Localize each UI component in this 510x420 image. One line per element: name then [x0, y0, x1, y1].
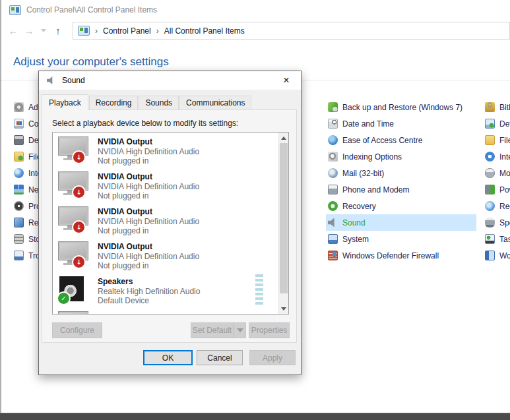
control-panel-item-system[interactable]: System [326, 231, 476, 247]
monitor-device-icon [57, 310, 92, 315]
dialog-title: Sound [62, 76, 85, 85]
control-panel-item-power-options[interactable]: Power Options [483, 181, 510, 198]
device-status: Not plugged in [98, 156, 148, 165]
control-panel-item-file-explorer-options[interactable]: File Explorer Options [483, 132, 510, 148]
device-name: NVIDIA Output [98, 137, 152, 146]
configure-button[interactable]: Configure [52, 322, 102, 338]
apply-button[interactable]: Apply [249, 350, 296, 365]
control-panel-item-taskbar-and-navigation[interactable]: Taskbar and Navigation [483, 231, 510, 247]
storage-spaces-icon [14, 234, 24, 244]
device-row-nvidia-output[interactable]: ↓NVIDIA OutputNVIDIA High Definition Aud… [53, 237, 279, 272]
tab-recording[interactable]: Recording [89, 96, 139, 109]
scroll-up-icon[interactable] [279, 133, 288, 143]
speech-icon [485, 218, 495, 227]
system-icon [328, 234, 338, 244]
forward-arrow-icon[interactable]: → [21, 25, 37, 36]
device-row-nvidia-output[interactable]: ↓NVIDIA OutputNVIDIA High Definition Aud… [53, 202, 279, 237]
tab-sounds[interactable]: Sounds [139, 96, 179, 109]
device-row-nvidia-output[interactable]: ↓NVIDIA OutputNVIDIA High Definition Aud… [53, 167, 279, 202]
set-default-dropdown-icon[interactable] [234, 322, 246, 338]
file-explorer-icon [485, 135, 495, 145]
mouse-icon [485, 168, 495, 178]
taskbar-icon [485, 234, 495, 244]
properties-button[interactable]: Properties [249, 322, 290, 338]
control-panel-item-speech-recognition[interactable]: Speech Recognition [483, 214, 510, 231]
item-label: Default Programs [499, 119, 510, 129]
default-device-check-icon: ✓ [57, 291, 71, 305]
monitor-device-icon: ↓ [57, 135, 92, 165]
item-label: Speech Recognition [499, 218, 510, 227]
set-default-button[interactable]: Set Default [191, 322, 234, 338]
control-panel-item-indexing-options[interactable]: Indexing Options [326, 148, 476, 165]
item-label: Windows Defender Firewall [342, 251, 439, 260]
tab-playback[interactable]: Playback [42, 94, 88, 110]
monitor-screen [58, 311, 88, 315]
playback-tab-page: Select a playback device below to modify… [42, 109, 297, 343]
control-panel-item-windows-defender-firewall[interactable]: Windows Defender Firewall [326, 247, 476, 264]
scrollbar[interactable] [278, 133, 288, 314]
item-label: Sound [342, 218, 366, 227]
control-panel-item-recovery[interactable]: Recovery [326, 198, 476, 214]
indexing-options-icon [328, 152, 338, 162]
playback-device-list: ↓NVIDIA OutputNVIDIA High Definition Aud… [52, 132, 289, 315]
monitor-device-icon: ↓ [57, 205, 92, 235]
window-title: Control Panel\All Control Panel Items [26, 5, 157, 15]
intel-graphics-icon [485, 152, 495, 162]
control-panel-item-back-up-and-restore-windows-7[interactable]: Back up and Restore (Windows 7) [326, 99, 476, 115]
item-label: Mail (32-bit) [342, 169, 384, 178]
control-panel-item-phone-and-modem[interactable]: Phone and Modem [326, 181, 476, 198]
recent-locations-chevron-icon[interactable] [41, 29, 46, 32]
network-icon [14, 185, 24, 195]
troubleshooting-icon [14, 251, 24, 260]
control-panel-item-default-programs[interactable]: Default Programs [483, 115, 510, 132]
item-label: Back up and Restore (Windows 7) [342, 103, 462, 112]
control-panel-item-intel-graphics-settings[interactable]: Intel® Graphics Settings [483, 148, 510, 165]
scrollbar-thumb[interactable] [280, 143, 288, 293]
item-label: Taskbar and Navigation [499, 235, 510, 244]
device-row-nvidia-output[interactable]: ↓NVIDIA OutputNVIDIA High Definition Aud… [53, 133, 279, 167]
control-panel-item-sound[interactable]: Sound [326, 214, 476, 231]
control-panel-item-bitlocker-drive-encryption[interactable]: BitLocker Drive Encryption [483, 99, 510, 115]
ok-button[interactable]: OK [143, 350, 193, 365]
device-status: Not plugged in [98, 226, 148, 235]
sound-dialog: Sound × PlaybackRecordingSoundsCommunica… [38, 71, 302, 375]
volume-level-meter [255, 274, 263, 305]
device-description: Realtek High Definition Audio [98, 287, 200, 296]
window-titlebar: Control Panel\All Control Panel Items [0, 0, 510, 20]
item-label: Region [499, 202, 510, 211]
control-panel-item-work-folders[interactable]: Work Folders [483, 247, 510, 264]
control-panel-item-mouse[interactable]: Mouse [483, 165, 510, 181]
breadcrumb-all-items[interactable]: All Control Panel Items [164, 26, 245, 36]
background-window-edge [0, 0, 1, 413]
control-panel-item-ease-of-access-centre[interactable]: Ease of Access Centre [326, 132, 476, 148]
device-row-partial[interactable] [53, 307, 279, 315]
taskbar-strip [0, 413, 510, 420]
up-arrow-icon[interactable]: ↑ [50, 25, 66, 36]
grid-column-right: BitLocker Drive EncryptionDefault Progra… [483, 99, 510, 264]
sound-speaker-icon [328, 218, 338, 227]
control-panel-item-date-and-time[interactable]: Date and Time [326, 115, 476, 132]
recovery-icon [328, 201, 338, 211]
speaker-device-icon: ✓ [57, 275, 92, 305]
cancel-button[interactable]: Cancel [197, 350, 243, 365]
control-panel-icon [9, 5, 21, 15]
device-status: Not plugged in [98, 191, 148, 200]
device-manager-icon [14, 135, 24, 145]
back-arrow-icon[interactable]: ← [5, 25, 21, 36]
item-label: Mouse [499, 169, 510, 178]
navigation-toolbar: ← → ↑ › Control Panel › All Control Pane… [0, 20, 510, 41]
power-options-icon [485, 185, 495, 195]
device-row-speakers[interactable]: ✓SpeakersRealtek High Definition AudioDe… [53, 272, 279, 307]
address-bar[interactable]: › Control Panel › All Control Panel Item… [73, 22, 510, 40]
grid-column-middle: Back up and Restore (Windows 7)Date and … [326, 99, 476, 264]
breadcrumb-control-panel[interactable]: Control Panel [103, 26, 151, 36]
device-name: NVIDIA Output [98, 242, 152, 251]
item-label: Ease of Access Centre [342, 136, 422, 145]
control-panel-item-mail-32-bit[interactable]: Mail (32-bit) [326, 165, 476, 181]
tab-communications[interactable]: Communications [179, 96, 251, 109]
close-icon[interactable]: × [272, 71, 301, 90]
admin-tools-icon [14, 102, 24, 112]
control-panel-item-region[interactable]: Region [483, 198, 510, 214]
backup-restore-icon [328, 102, 338, 112]
scroll-down-icon[interactable] [279, 303, 288, 314]
